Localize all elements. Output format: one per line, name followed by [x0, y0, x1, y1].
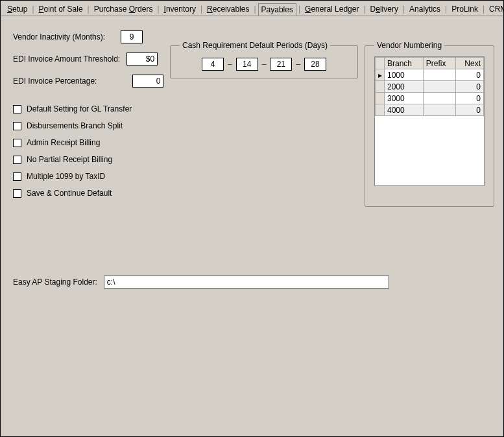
vendor-inactivity-label: Vendor Inactivity (Months):	[13, 32, 105, 41]
tab-point-of-sale[interactable]: Point of Sale	[36, 3, 86, 15]
checkbox-branch-split-label: Disbursements Branch Split	[27, 121, 123, 130]
tab-separator: |	[155, 5, 161, 14]
cell-prefix[interactable]	[423, 93, 455, 104]
dash-separator: –	[262, 60, 267, 69]
tab-payables[interactable]: Payables	[258, 3, 296, 16]
vendor-numbering-legend: Vendor Numbering	[374, 41, 444, 50]
cash-requirement-group: Cash Requirement Default Periods (Days) …	[170, 41, 358, 78]
tab-inventory[interactable]: Inventory	[162, 3, 198, 15]
tab-receivables[interactable]: Receivables	[204, 3, 252, 15]
row-header	[376, 93, 385, 104]
dash-separator: –	[296, 60, 300, 69]
row-marker-icon: ▸	[376, 69, 385, 81]
tab-delivery[interactable]: Delivery	[368, 3, 401, 15]
checkbox-save-continue[interactable]	[13, 189, 21, 198]
tab-separator: |	[86, 5, 91, 14]
checkbox-admin-receipt-label: Admin Receipt Billing	[27, 138, 100, 147]
staging-folder-label: Easy AP Staging Folder:	[13, 278, 97, 287]
edi-threshold-label: EDI Invoice Amount Threshold:	[13, 54, 120, 64]
staging-folder-input[interactable]	[104, 276, 389, 289]
cell-branch[interactable]: 1000	[385, 69, 424, 81]
cell-next[interactable]: 0	[456, 104, 484, 116]
tab-general-ledger[interactable]: General Ledger	[302, 3, 361, 15]
tab-separator: |	[30, 5, 36, 14]
cell-prefix[interactable]	[423, 81, 455, 93]
tab-separator: |	[361, 5, 367, 14]
tab-separator: |	[296, 5, 302, 14]
cell-branch[interactable]: 2000	[385, 81, 424, 93]
tab-separator: |	[401, 5, 407, 14]
cell-branch[interactable]: 4000	[385, 104, 424, 116]
checkbox-branch-split[interactable]	[13, 122, 21, 130]
col-next[interactable]: Next	[456, 58, 484, 69]
vendor-inactivity-input[interactable]	[121, 30, 143, 43]
dash-separator: –	[228, 60, 232, 69]
table-row[interactable]: 2000 0	[376, 81, 484, 93]
tab-crm[interactable]: CRM	[486, 3, 504, 15]
cell-prefix[interactable]	[423, 104, 455, 116]
tab-separator: |	[252, 5, 258, 14]
cell-branch[interactable]: 3000	[385, 93, 424, 104]
col-prefix[interactable]: Prefix	[423, 58, 455, 69]
cash-requirement-legend: Cash Requirement Default Periods (Days)	[180, 41, 330, 50]
row-header	[376, 104, 385, 116]
tab-separator: |	[481, 5, 486, 14]
edi-percentage-input[interactable]	[132, 75, 163, 88]
checkbox-multi-1099[interactable]	[13, 172, 21, 181]
cash-period-3[interactable]	[270, 58, 292, 71]
checkbox-no-partial-label: No Partial Receipt Billing	[27, 155, 112, 164]
vendor-numbering-grid[interactable]: Branch Prefix Next ▸ 1000 0	[375, 57, 484, 116]
cash-period-2[interactable]	[236, 58, 258, 71]
cell-next[interactable]: 0	[456, 81, 484, 93]
edi-threshold-input[interactable]	[126, 53, 158, 65]
edi-percentage-label: EDI Invoice Percentage:	[13, 77, 97, 86]
vendor-numbering-group: Vendor Numbering Branch Prefix Next ▸	[365, 41, 494, 207]
cell-next[interactable]: 0	[456, 69, 484, 81]
cell-prefix[interactable]	[423, 69, 455, 81]
tab-analytics[interactable]: Analytics	[407, 3, 443, 15]
checkbox-multi-1099-label: Multiple 1099 by TaxID	[27, 172, 105, 181]
tab-setup[interactable]: Setup	[5, 3, 30, 15]
table-row[interactable]: ▸ 1000 0	[376, 69, 484, 81]
table-row[interactable]: 3000 0	[376, 93, 484, 104]
checkbox-no-partial[interactable]	[13, 156, 21, 164]
tab-purchase-orders[interactable]: Purchase Orders	[91, 3, 156, 15]
tab-separator: |	[198, 5, 204, 14]
tab-bar: Setup | Point of Sale | Purchase Orders …	[1, 1, 503, 16]
checkbox-gl-transfer-label: Default Setting for GL Transfer	[27, 104, 132, 113]
grid-corner	[376, 58, 385, 69]
checkbox-gl-transfer[interactable]	[13, 105, 21, 113]
tab-prolink[interactable]: ProLink	[449, 3, 481, 15]
col-branch[interactable]: Branch	[385, 58, 424, 69]
cell-next[interactable]: 0	[456, 93, 484, 104]
checkbox-admin-receipt[interactable]	[13, 139, 21, 147]
row-header	[376, 81, 385, 93]
cash-period-4[interactable]	[304, 58, 326, 71]
tab-separator: |	[443, 5, 449, 14]
table-row[interactable]: 4000 0	[376, 104, 484, 116]
cash-period-1[interactable]	[202, 58, 224, 71]
checkbox-save-continue-label: Save & Continue Default	[27, 189, 112, 198]
